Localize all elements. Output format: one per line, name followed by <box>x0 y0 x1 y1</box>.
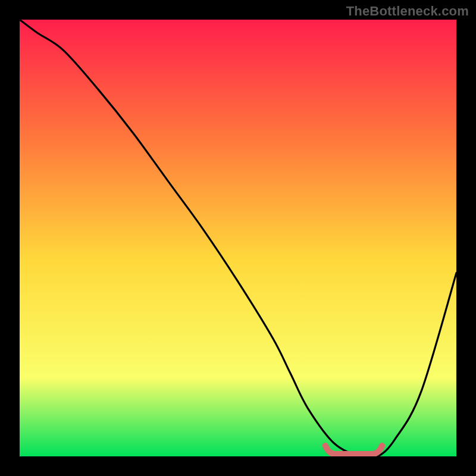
watermark-text: TheBottleneck.com <box>346 4 469 19</box>
gradient-background <box>20 20 456 456</box>
bottleneck-curve-chart <box>20 20 456 456</box>
plot-area <box>20 20 456 456</box>
chart-frame: TheBottleneck.com <box>0 0 476 476</box>
